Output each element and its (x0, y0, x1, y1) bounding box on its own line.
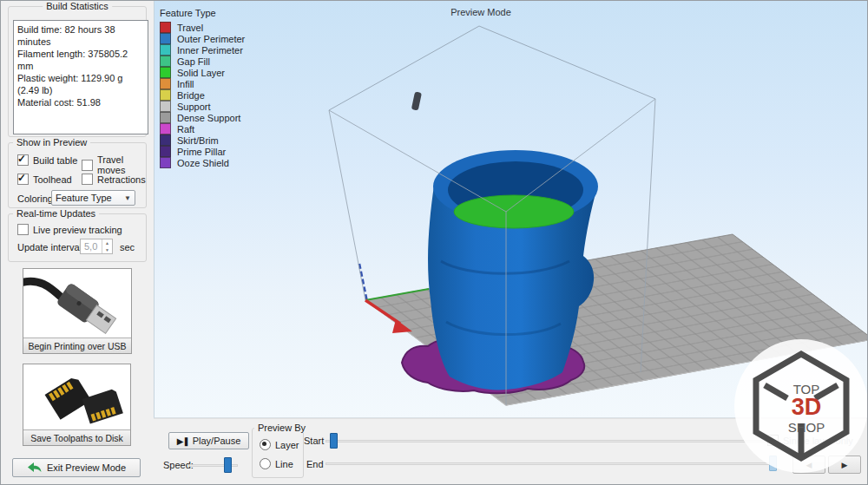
legend-item: Support (160, 101, 245, 112)
legend-item: Inner Perimeter (160, 44, 245, 56)
sd-card-1 (45, 376, 92, 420)
legend-item-label: Skirt/Brim (177, 135, 219, 146)
exit-arrow-icon (27, 462, 42, 473)
spinner-down-icon[interactable]: ▼ (102, 246, 112, 253)
show-in-preview-title: Show in Preview (13, 137, 90, 147)
checkbox-toolhead[interactable]: Toolhead (17, 174, 72, 185)
radio-circle-icon[interactable] (260, 458, 271, 469)
preview-by-title: Preview By (254, 423, 309, 433)
step-forward-icon: ▶ (842, 461, 848, 469)
radio-label: Line (275, 459, 293, 469)
legend-item: Solid Layer (160, 67, 245, 78)
spinner-up-icon[interactable]: ▲ (102, 239, 112, 246)
wireframe-build-volume (329, 26, 655, 110)
checkbox-label: Single layer only (783, 436, 853, 446)
update-interval-label: Update interval (17, 242, 82, 252)
end-slider-track[interactable] (326, 462, 777, 465)
legend-color-swatch (160, 89, 171, 101)
sd-card-photo (23, 364, 130, 431)
end-slider[interactable] (326, 456, 777, 471)
speed-slider[interactable] (189, 457, 238, 473)
checkbox-label: Toolhead (33, 174, 72, 185)
build-statistics-box: Build time: 82 hours 38 minutes Filament… (13, 20, 148, 134)
preview-3d-canvas[interactable]: Preview Mode Feature Type TravelOuter Pe… (154, 1, 868, 418)
radio-layer[interactable]: Layer (260, 439, 299, 450)
usb-button-label: Begin Printing over USB (23, 338, 131, 353)
legend-item: Bridge (160, 89, 245, 101)
legend-item-label: Travel (177, 23, 203, 33)
usb-plug (56, 283, 118, 337)
viewport-title: Preview Mode (450, 7, 511, 17)
legend-color-swatch (160, 33, 171, 44)
start-slider[interactable] (326, 433, 777, 449)
disk-button-label: Save Toolpaths to Disk (23, 429, 130, 445)
build-statistics-title: Build Statistics (43, 1, 112, 11)
step-forward-button[interactable]: ▶ (828, 456, 861, 474)
checkbox-label: Build table (33, 155, 77, 166)
legend-item: Infill (160, 78, 245, 89)
legend-item-label: Bridge (177, 90, 205, 101)
stat-build-time: Build time: 82 hours 38 minutes (17, 23, 144, 48)
radio-line[interactable]: Line (260, 458, 293, 469)
legend-item-label: Support (177, 102, 211, 112)
checkbox-box-icon[interactable] (767, 435, 779, 446)
legend-item: Travel (160, 22, 245, 33)
play-pause-icon: ▶❚ (177, 436, 189, 446)
speed-slider-handle[interactable] (224, 457, 232, 473)
legend-item-label: Infill (177, 79, 194, 89)
legend-color-swatch (160, 146, 171, 157)
scene-svg (155, 1, 868, 418)
checkbox-build-table[interactable]: Build table (17, 154, 77, 166)
toolhead-marker (411, 91, 422, 110)
begin-printing-usb-button[interactable]: Begin Printing over USB (23, 268, 132, 354)
checkbox-label: Travel moves (97, 154, 146, 175)
legend-color-swatch (160, 44, 171, 56)
update-interval-spinner[interactable]: 5,0 ▲ ▼ (80, 239, 113, 254)
radio-circle-icon[interactable] (260, 439, 271, 450)
play-pause-label: Play/Pause (193, 436, 241, 446)
end-label: End (306, 459, 324, 469)
checkbox-box-icon[interactable] (17, 224, 29, 235)
checkbox-box-icon[interactable] (17, 154, 29, 166)
checkbox-box-icon[interactable] (82, 160, 93, 171)
update-interval-unit: sec (120, 242, 135, 252)
stat-plastic-weight: Plastic weight: 1129.90 g (2.49 lb) (17, 72, 144, 96)
legend-item: Skirt/Brim (160, 134, 245, 146)
checkbox-travel-moves[interactable]: Travel moves (82, 154, 146, 175)
checkbox-box-icon[interactable] (82, 174, 93, 185)
legend-item: Gap Fill (160, 56, 245, 67)
play-pause-button[interactable]: ▶❚ Play/Pause (168, 432, 249, 449)
checkbox-live-preview-tracking[interactable]: Live preview tracking (17, 224, 122, 235)
coloring-label: Coloring (17, 193, 53, 204)
stat-material-cost: Material cost: 51.98 (17, 96, 144, 108)
legend-title: Feature Type (160, 8, 245, 18)
legend-color-swatch (160, 67, 171, 78)
legend-item-label: Dense Support (177, 113, 240, 123)
realtime-updates-title: Real-time Updates (13, 208, 99, 219)
checkbox-label: Live preview tracking (33, 225, 122, 235)
checkbox-retractions[interactable]: Retractions (82, 174, 146, 185)
legend-color-swatch (160, 78, 171, 89)
start-slider-handle[interactable] (330, 433, 338, 449)
update-interval-value[interactable]: 5,0 (81, 239, 102, 253)
exit-preview-mode-button[interactable]: Exit Preview Mode (12, 458, 141, 477)
checkbox-single-layer-only[interactable]: Single layer only (767, 435, 853, 446)
start-slider-track[interactable] (326, 440, 777, 442)
legend-color-swatch (160, 134, 171, 146)
legend-item-label: Solid Layer (177, 68, 225, 78)
legend-color-swatch (160, 56, 171, 67)
end-slider-handle[interactable] (769, 456, 777, 471)
coloring-dropdown[interactable]: Feature Type ▼ (51, 190, 135, 206)
stat-filament-length: Filament length: 375805.2 mm (17, 48, 144, 72)
legend-item-label: Inner Perimeter (177, 45, 243, 56)
step-back-button[interactable]: ◀ (792, 456, 825, 474)
app-window: Build Statistics Build time: 82 hours 38… (0, 0, 868, 485)
legend-color-swatch (160, 112, 171, 123)
checkbox-box-icon[interactable] (17, 174, 29, 185)
save-toolpaths-button[interactable]: Save Toolpaths to Disk (23, 364, 131, 446)
usb-cable-photo (23, 269, 131, 339)
legend-item: Raft (160, 123, 245, 134)
usb-cable (23, 281, 62, 298)
start-label: Start (304, 436, 324, 446)
legend-color-swatch (160, 123, 171, 134)
